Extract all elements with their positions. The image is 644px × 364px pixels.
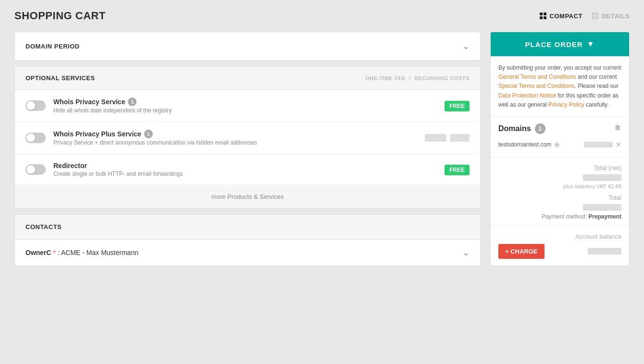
svg-rect-0: [540, 12, 543, 15]
domain-name: testsdomaintest.com ⊕: [498, 141, 560, 148]
whois-privacy-free-badge: FREE: [445, 101, 470, 111]
redirector-price: FREE: [445, 165, 470, 174]
domain-price-blurred: ✕: [584, 141, 621, 148]
domain-add-icon: ⊕: [554, 141, 560, 148]
optional-services-title: OPTIONAL SERVICES: [25, 74, 95, 82]
contact-row-chevron-icon: ⌄: [462, 247, 470, 258]
contacts-title: CONTACTS: [25, 223, 62, 231]
total-net-amount-blurred: [583, 174, 621, 181]
owner-contact-row: OwnerC * : ACME - Max Mustermann ⌄: [15, 240, 480, 266]
total-final-label: Total: [608, 194, 621, 201]
owner-contact-label: OwnerC * : ACME - Max Mustermann: [25, 249, 138, 256]
totals-section: Total (net) plus statutory VAT: €2.85 To…: [491, 158, 629, 226]
place-order-button[interactable]: PLACE ORDER ▼: [491, 32, 629, 56]
right-panel: PLACE ORDER ▼ By submitting your order, …: [490, 32, 630, 266]
whois-privacy-badge: 1: [128, 97, 136, 106]
domain-period-header[interactable]: DOMAIN PERIOD ⌄: [15, 32, 480, 60]
view-toggle: COMPACT DETAILS: [539, 12, 630, 20]
account-balance-blurred: [588, 248, 621, 255]
services-card-header: OPTIONAL SERVICES ONE-TIME FEE / RECURRI…: [15, 67, 480, 90]
order-summary-card: PLACE ORDER ▼ By submitting your order, …: [490, 32, 630, 266]
whois-privacy-desc: Hide all whois date independent of the r…: [53, 107, 445, 114]
total-final-amount: [498, 203, 621, 211]
contacts-card: CONTACTS OwnerC * : ACME - Max Musterman…: [14, 214, 481, 266]
whois-privacy-toggle-wrapper: [25, 100, 46, 111]
privacy-policy-link[interactable]: Privacy Policy: [548, 101, 584, 108]
redirector-toggle-wrapper: [25, 164, 46, 175]
svg-rect-6: [592, 16, 594, 19]
redirector-name: Redirector: [53, 162, 445, 170]
redirector-free-badge: FREE: [445, 165, 470, 175]
contacts-header: CONTACTS: [15, 215, 480, 240]
domains-trash-icon[interactable]: [614, 124, 621, 133]
service-whois-privacy-plus: Whois Privacy Plus Service 1 Privacy Ser…: [15, 122, 480, 154]
whois-privacy-plus-name: Whois Privacy Plus Service 1: [53, 130, 425, 138]
redirector-toggle[interactable]: [25, 164, 46, 175]
account-section: Account balance + CHARGE: [491, 226, 629, 266]
whois-privacy-plus-badge: 1: [144, 130, 153, 138]
payment-method: Payment method: Prepayment: [498, 213, 621, 220]
page-title: SHOPPING CART: [14, 10, 106, 22]
place-order-dropdown-icon: ▼: [587, 40, 595, 49]
data-protection-link[interactable]: Data Protection Notice: [498, 92, 556, 99]
compact-grid-icon: [539, 12, 547, 20]
domains-section: Domains 1 testsdomaintest.com ⊕: [491, 117, 629, 158]
domain-period-card: DOMAIN PERIOD ⌄: [14, 32, 481, 61]
svg-rect-4: [592, 12, 594, 15]
charge-button[interactable]: + CHARGE: [498, 244, 545, 259]
domain-period-title: DOMAIN PERIOD: [25, 43, 80, 50]
whois-privacy-info: Whois Privacy Service 1 Hide all whois d…: [53, 97, 445, 114]
whois-privacy-plus-info: Whois Privacy Plus Service 1 Privacy Ser…: [53, 130, 425, 146]
svg-rect-2: [540, 16, 543, 19]
svg-rect-1: [544, 12, 546, 15]
total-final-amount-blurred: [583, 204, 621, 211]
whois-privacy-plus-toggle[interactable]: [25, 133, 46, 143]
domain-period-chevron-icon: ⌄: [462, 41, 470, 51]
compact-view-option[interactable]: COMPACT: [539, 12, 582, 20]
compact-label: COMPACT: [550, 12, 582, 20]
service-redirector: Redirector Create single or bulk HTTP- a…: [15, 154, 480, 185]
whois-privacy-plus-toggle-wrapper: [25, 133, 46, 143]
vat-text: plus statutory VAT: €2.85: [498, 183, 621, 189]
whois-privacy-price: FREE: [445, 101, 470, 110]
service-whois-privacy: Whois Privacy Service 1 Hide all whois d…: [15, 90, 480, 122]
price-block-1: [425, 134, 446, 142]
left-panel: DOMAIN PERIOD ⌄ OPTIONAL SERVICES ONE-TI…: [14, 32, 481, 266]
whois-privacy-toggle[interactable]: [25, 100, 46, 111]
redirector-desc: Create single or bulk HTTP- and email fo…: [53, 170, 445, 177]
svg-rect-5: [595, 12, 598, 15]
domains-title: Domains 1: [498, 123, 545, 134]
terms-section: By submitting your order, you accept our…: [491, 57, 629, 117]
domains-count-badge: 1: [535, 123, 545, 134]
details-label: DETAILS: [602, 12, 630, 20]
place-order-section: PLACE ORDER ▼: [491, 32, 629, 57]
account-title: Account balance: [498, 233, 621, 240]
special-terms-link[interactable]: Special Terms and Conditions: [498, 83, 575, 89]
redirector-info: Redirector Create single or bulk HTTP- a…: [53, 162, 445, 177]
whois-privacy-plus-desc: Privacy Service + direct anonymous commu…: [53, 139, 425, 146]
domains-header: Domains 1: [498, 123, 621, 134]
domain-list-item: testsdomaintest.com ⊕ ✕: [498, 139, 621, 150]
svg-rect-7: [595, 16, 598, 19]
optional-services-card: OPTIONAL SERVICES ONE-TIME FEE / RECURRI…: [14, 66, 481, 208]
whois-privacy-name: Whois Privacy Service 1: [53, 97, 445, 106]
total-net-row: Total (net): [498, 163, 621, 172]
svg-rect-3: [544, 16, 546, 19]
details-view-option[interactable]: DETAILS: [591, 12, 630, 20]
general-terms-link[interactable]: General Terms and Conditions: [498, 73, 576, 80]
total-net-label: Total (net): [594, 164, 621, 171]
whois-privacy-plus-price-blurred: [425, 134, 470, 142]
total-final-row: Total: [498, 193, 621, 202]
domain-remove-icon[interactable]: ✕: [616, 141, 621, 148]
details-grid-icon: [591, 12, 599, 20]
domain-price-redacted: [584, 142, 613, 147]
services-fee-label: ONE-TIME FEE / RECURRING COSTS: [365, 75, 470, 81]
more-products-link[interactable]: more Products & Services: [15, 185, 480, 208]
price-block-2: [450, 134, 470, 142]
whois-privacy-plus-price: [425, 134, 470, 142]
account-row: + CHARGE: [498, 244, 621, 259]
total-net-amount: [498, 173, 621, 182]
